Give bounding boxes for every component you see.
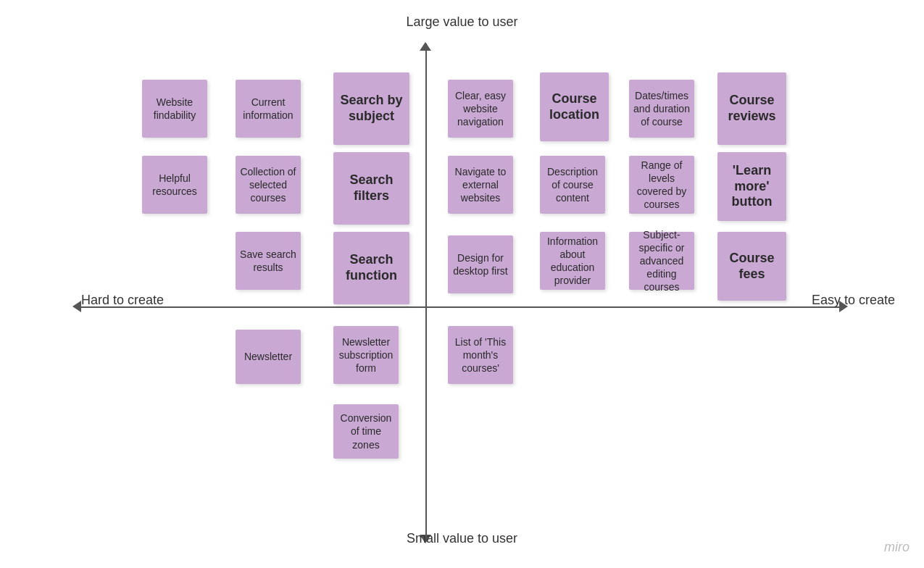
sticky-label-navigate-external-websites: Navigate to external websites xyxy=(452,165,509,205)
sticky-label-website-findability: Website findability xyxy=(146,96,203,122)
sticky-newsletter-subscription-form[interactable]: Newsletter subscription form xyxy=(333,326,399,384)
sticky-search-filters[interactable]: Search filters xyxy=(333,152,409,225)
sticky-design-desktop-first[interactable]: Design for desktop first xyxy=(448,235,513,293)
sticky-label-save-search-results: Save search results xyxy=(240,248,296,274)
sticky-helpful-resources[interactable]: Helpful resources xyxy=(142,156,207,214)
sticky-course-reviews[interactable]: Course reviews xyxy=(717,72,786,145)
sticky-label-course-location: Course location xyxy=(544,91,604,122)
sticky-conversion-time-zones[interactable]: Conversion of time zones xyxy=(333,404,399,459)
sticky-list-this-months-courses[interactable]: List of 'This month's courses' xyxy=(448,326,513,384)
sticky-course-fees[interactable]: Course fees xyxy=(717,232,786,301)
sticky-collection-selected-courses[interactable]: Collection of selected courses xyxy=(236,156,301,214)
sticky-label-course-fees: Course fees xyxy=(722,251,782,282)
sticky-label-helpful-resources: Helpful resources xyxy=(146,172,203,198)
arrow-up-icon xyxy=(420,42,431,51)
sticky-label-description-course-content: Description of course content xyxy=(544,165,601,205)
canvas: Large value to user Small value to user … xyxy=(0,0,924,568)
sticky-label-course-reviews: Course reviews xyxy=(722,93,782,124)
sticky-current-information[interactable]: Current information xyxy=(236,80,301,138)
sticky-range-levels-courses[interactable]: Range of levels covered by courses xyxy=(629,156,694,214)
sticky-label-current-information: Current information xyxy=(240,96,296,122)
horizontal-axis xyxy=(80,306,841,308)
sticky-search-function[interactable]: Search function xyxy=(333,232,409,304)
sticky-learn-more-button[interactable]: 'Learn more' button xyxy=(717,152,786,221)
sticky-subject-specific-advanced[interactable]: Subject-specific or advanced editing cou… xyxy=(629,232,694,290)
sticky-label-clear-easy-website-navigation: Clear, easy website navigation xyxy=(452,89,509,129)
sticky-label-search-by-subject: Search by subject xyxy=(338,93,405,124)
sticky-description-course-content[interactable]: Description of course content xyxy=(540,156,605,214)
vertical-axis xyxy=(425,43,427,536)
sticky-label-collection-selected-courses: Collection of selected courses xyxy=(240,165,296,205)
sticky-label-range-levels-courses: Range of levels covered by courses xyxy=(633,159,690,212)
sticky-navigate-external-websites[interactable]: Navigate to external websites xyxy=(448,156,513,214)
sticky-label-search-function: Search function xyxy=(338,252,405,283)
sticky-label-newsletter: Newsletter xyxy=(244,350,292,363)
sticky-search-by-subject[interactable]: Search by subject xyxy=(333,72,409,145)
arrow-left-icon xyxy=(72,301,81,312)
sticky-newsletter[interactable]: Newsletter xyxy=(236,330,301,384)
sticky-label-list-this-months-courses: List of 'This month's courses' xyxy=(452,335,509,375)
sticky-label-dates-times-duration: Dates/times and duration of course xyxy=(633,89,690,129)
sticky-dates-times-duration[interactable]: Dates/times and duration of course xyxy=(629,80,694,138)
miro-watermark: miro xyxy=(884,540,910,555)
sticky-label-conversion-time-zones: Conversion of time zones xyxy=(338,412,394,451)
sticky-label-newsletter-subscription-form: Newsletter subscription form xyxy=(338,335,394,375)
sticky-course-location[interactable]: Course location xyxy=(540,72,609,141)
sticky-save-search-results[interactable]: Save search results xyxy=(236,232,301,290)
right-axis-label: Easy to create xyxy=(812,293,895,308)
sticky-website-findability[interactable]: Website findability xyxy=(142,80,207,138)
sticky-label-subject-specific-advanced: Subject-specific or advanced editing cou… xyxy=(633,228,690,294)
sticky-label-design-desktop-first: Design for desktop first xyxy=(452,251,509,277)
sticky-clear-easy-website-navigation[interactable]: Clear, easy website navigation xyxy=(448,80,513,138)
sticky-label-information-education-provider: Information about education provider xyxy=(544,235,601,288)
sticky-information-education-provider[interactable]: Information about education provider xyxy=(540,232,605,290)
sticky-label-learn-more-button: 'Learn more' button xyxy=(722,163,782,210)
top-axis-label: Large value to user xyxy=(406,14,517,30)
left-axis-label: Hard to create xyxy=(81,293,164,308)
sticky-label-search-filters: Search filters xyxy=(338,172,405,204)
bottom-axis-label: Small value to user xyxy=(407,531,517,546)
